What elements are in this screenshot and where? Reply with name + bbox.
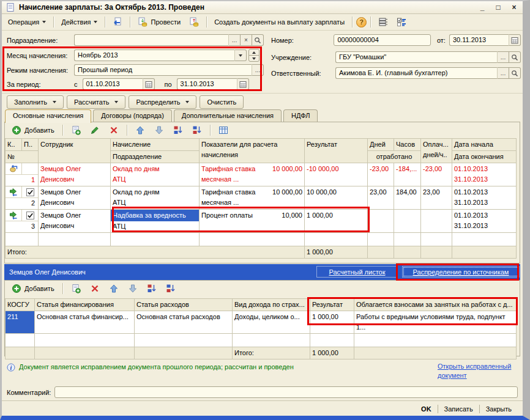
cell-expense[interactable]: Основная статья расходов xyxy=(135,311,233,334)
unpost-button[interactable] xyxy=(185,16,203,28)
clear-button[interactable]: Очистить xyxy=(200,95,244,109)
responsible-select-button[interactable]: ... xyxy=(498,67,509,79)
open-corrected-document-link[interactable]: Открыть исправленный документ xyxy=(438,362,522,380)
selected-cell[interactable]: Надбавка за вредность xyxy=(111,210,199,221)
cell-hours[interactable]: 184,00 xyxy=(394,186,421,210)
visibility-settings-button[interactable] xyxy=(393,16,410,28)
cell-accrual[interactable]: Надбавка за вредностьАТЦ xyxy=(111,210,200,233)
tab-additional-accruals[interactable]: Дополнительные начисления xyxy=(174,109,282,122)
maximize-button[interactable]: □ xyxy=(493,3,503,12)
col-header-taxation[interactable]: Облагается взносами за занятых на работа… xyxy=(354,299,517,311)
cell-days[interactable] xyxy=(368,210,394,233)
col-header-hours[interactable]: Часов xyxy=(394,139,421,151)
copy-row-button[interactable] xyxy=(67,124,84,136)
help-icon[interactable]: ? xyxy=(356,17,367,28)
edit-row-button[interactable] xyxy=(86,124,103,136)
post-button[interactable]: Провести xyxy=(134,16,184,28)
cell-dates[interactable]: 01.10.201331.10.2013 xyxy=(452,210,517,233)
cell-kosgu[interactable]: 211 xyxy=(6,311,35,334)
responsible-open-button[interactable] xyxy=(509,67,521,79)
col-header-worked[interactable]: отработано xyxy=(368,151,421,163)
cell-days[interactable]: -23,00 xyxy=(368,163,394,186)
col-header-expense[interactable]: Статья расходов xyxy=(135,299,233,311)
cell-indicators[interactable]: Тарифная ставка месячная ...10 000,00 xyxy=(200,163,305,186)
row-checkbox-checked[interactable] xyxy=(26,188,34,196)
cell-result[interactable]: 1 000,00 xyxy=(310,311,354,334)
sort-asc-button[interactable] xyxy=(170,124,187,136)
month-spinner[interactable] xyxy=(248,49,259,62)
mode-input[interactable]: Прошлый период xyxy=(74,64,252,76)
cell-employee[interactable]: Земцов Олег Денисович xyxy=(39,163,111,186)
add-row-button[interactable]: Добавить xyxy=(8,282,58,295)
save-button[interactable]: Записать xyxy=(438,405,479,413)
cell-financing[interactable]: Основная статья финансир... xyxy=(35,311,135,334)
create-payout-docs-button[interactable]: Создать документы на выплату зарплаты xyxy=(211,17,348,27)
period-from-input[interactable]: 01.10.2013 xyxy=(83,78,143,90)
table-row[interactable]: 1 Земцов Олег Денисович Оклад по днямАТЦ… xyxy=(6,163,517,186)
delete-row-button[interactable] xyxy=(105,124,122,136)
cell-employee[interactable]: Земцов Олег Денисович xyxy=(39,186,111,210)
cell-employee[interactable]: Земцов Олег Денисович xyxy=(39,210,111,233)
tab-ndfl[interactable]: НДФЛ xyxy=(283,109,318,122)
month-input[interactable]: Ноябрь 2013 xyxy=(74,50,235,61)
col-header-checkbox[interactable]: П.. xyxy=(22,139,39,151)
cell-paid[interactable]: 23,00 xyxy=(421,186,452,210)
cell-indicators[interactable]: Тарифная ставка месячная ...10 000,00 xyxy=(200,186,305,210)
operation-menu[interactable]: Операция xyxy=(4,17,50,27)
period-from-calendar-button[interactable] xyxy=(143,78,155,90)
institution-open-button[interactable] xyxy=(509,51,521,63)
cell-income[interactable]: Доходы, целиком о... xyxy=(233,311,310,334)
table-row[interactable]: 211 Основная статья финансир... Основная… xyxy=(6,311,517,334)
col-header-date-end[interactable]: Дата окончания xyxy=(452,151,517,163)
cell-paid[interactable] xyxy=(421,210,452,233)
reread-button[interactable] xyxy=(109,16,126,28)
sort-asc-button[interactable] xyxy=(143,282,160,295)
doc-date-input[interactable]: 30.11.2013 xyxy=(449,34,509,46)
sources-distribution-link[interactable]: Распределение по источникам xyxy=(402,266,520,278)
table-row[interactable]: 3 Земцов Олег Денисович Надбавка за вред… xyxy=(6,210,517,233)
col-header-employee[interactable]: Сотрудник xyxy=(39,139,111,163)
institution-select-button[interactable]: ... xyxy=(498,51,509,63)
table-settings-button[interactable] xyxy=(215,124,232,136)
mode-select-button[interactable]: ... xyxy=(252,64,264,76)
col-header-financing[interactable]: Статья финансирования xyxy=(35,299,135,311)
number-input[interactable]: 00000000004 xyxy=(334,34,430,46)
delete-row-button[interactable] xyxy=(86,282,103,295)
copy-row-button[interactable] xyxy=(67,282,84,295)
comment-input[interactable] xyxy=(54,386,518,398)
col-header-num[interactable]: № xyxy=(6,151,39,163)
structure-settings-button[interactable] xyxy=(375,16,392,28)
cell-accrual[interactable]: Оклад по днямАТЦ xyxy=(111,186,200,210)
sort-desc-button[interactable] xyxy=(188,124,206,136)
move-down-button[interactable] xyxy=(151,124,168,136)
cell-result[interactable]: -10 000,00 xyxy=(305,163,368,186)
tab-contracts[interactable]: Договоры (подряда) xyxy=(93,109,172,122)
col-header-result[interactable]: Результат xyxy=(310,299,354,311)
cell-taxation[interactable]: Работы с вредными условиями труда, подпу… xyxy=(354,311,517,334)
ok-button[interactable]: OK xyxy=(415,405,438,413)
cell-dates[interactable]: 01.10.201331.10.2013 xyxy=(452,186,517,210)
department-open-button[interactable] xyxy=(252,34,264,46)
col-header-result[interactable]: Результат xyxy=(305,139,368,163)
month-dropdown-button[interactable] xyxy=(235,50,247,61)
col-header-paid[interactable]: Оплач... дней/ч.. xyxy=(421,139,452,163)
cell-indicators[interactable]: Процент оплаты10,000 xyxy=(200,210,305,233)
col-header-department[interactable]: Подразделение xyxy=(111,151,200,163)
fill-button[interactable]: Заполнить xyxy=(7,95,64,109)
col-header-income[interactable]: Вид дохода по страх... xyxy=(233,299,310,311)
tab-main-accruals[interactable]: Основные начисления xyxy=(5,109,91,123)
sort-desc-button[interactable] xyxy=(162,282,179,295)
col-header-indicators[interactable]: Показатели для расчета начисления xyxy=(200,139,305,163)
doc-date-calendar-button[interactable] xyxy=(509,34,521,46)
move-up-button[interactable] xyxy=(105,282,122,295)
add-row-button[interactable]: Добавить xyxy=(8,124,58,136)
cell-days[interactable]: 23,00 xyxy=(368,186,394,210)
department-select-button[interactable]: ... xyxy=(229,34,241,46)
distribute-button[interactable]: Распределить xyxy=(129,95,196,109)
close-form-button[interactable]: Закрыть xyxy=(480,405,518,413)
col-header-date-start[interactable]: Дата начала xyxy=(452,139,517,151)
cell-accrual[interactable]: Оклад по днямАТЦ xyxy=(111,163,200,186)
minimize-button[interactable]: _ xyxy=(477,3,487,12)
cell-hours[interactable]: -184,... xyxy=(394,163,421,186)
move-up-button[interactable] xyxy=(132,124,149,136)
